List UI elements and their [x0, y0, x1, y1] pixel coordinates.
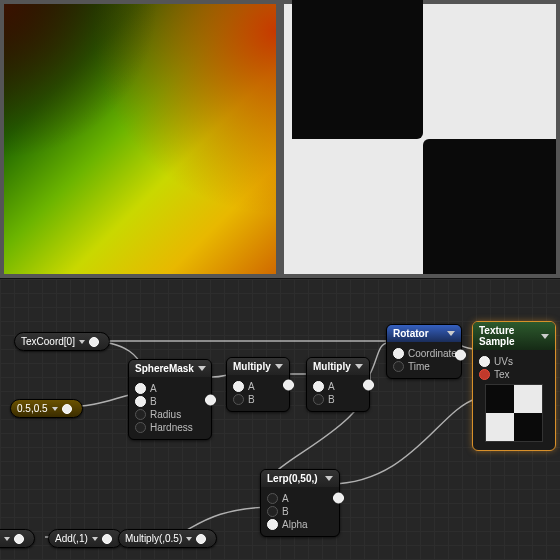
chevron-down-icon: [355, 364, 363, 369]
output-pin[interactable]: [283, 379, 294, 390]
input-pin[interactable]: [313, 381, 324, 392]
input-pin[interactable]: [233, 381, 244, 392]
input-pin[interactable]: [479, 369, 490, 380]
node-header[interactable]: SphereMask: [129, 360, 211, 377]
chevron-down-icon: [4, 537, 10, 541]
node-title: Add(,1): [55, 533, 88, 544]
output-pin[interactable]: [102, 534, 112, 544]
node-texture-sample[interactable]: Texture Sample UVs Tex: [472, 321, 556, 451]
input-pin[interactable]: [393, 348, 404, 359]
input-pin[interactable]: [267, 493, 278, 504]
pin-label: A: [248, 381, 255, 392]
chevron-down-icon: [92, 537, 98, 541]
output-pin[interactable]: [89, 337, 99, 347]
output-pin[interactable]: [196, 534, 206, 544]
node-constant[interactable]: 0.5,0.5: [10, 399, 83, 418]
output-pin[interactable]: [62, 404, 72, 414]
pin-label: A: [328, 381, 335, 392]
input-pin[interactable]: [135, 422, 146, 433]
input-pin[interactable]: [135, 383, 146, 394]
node-multiply[interactable]: Multiply A B: [226, 357, 290, 412]
input-pin[interactable]: [135, 409, 146, 420]
texture-preview: [485, 384, 543, 442]
node-graph[interactable]: TexCoord[0] 0.5,0.5 SphereMask A B Radiu…: [0, 278, 560, 560]
pin-label: B: [248, 394, 255, 405]
node-title: Multiply: [313, 361, 351, 372]
input-pin[interactable]: [233, 394, 244, 405]
node-title: SphereMask: [135, 363, 194, 374]
node-multiply[interactable]: Multiply A B: [306, 357, 370, 412]
pin-label: Alpha: [282, 519, 308, 530]
chevron-down-icon: [79, 340, 85, 344]
pin-label: B: [328, 394, 335, 405]
input-pin[interactable]: [267, 519, 278, 530]
node-title: Lerp(0,50,): [267, 473, 318, 484]
node-title: TexCoord[0]: [21, 336, 75, 347]
input-pin[interactable]: [479, 356, 490, 367]
input-pin[interactable]: [313, 394, 324, 405]
output-pin[interactable]: [455, 350, 466, 361]
node-texcoord[interactable]: TexCoord[0]: [14, 332, 110, 351]
pin-label: UVs: [494, 356, 513, 367]
chevron-down-icon: [325, 476, 333, 481]
node-header[interactable]: Multiply: [307, 358, 369, 375]
node-header[interactable]: Texture Sample: [473, 322, 555, 350]
chevron-down-icon: [198, 366, 206, 371]
node-title: Rotator: [393, 328, 429, 339]
output-pin[interactable]: [205, 394, 216, 405]
output-pin[interactable]: [363, 379, 374, 390]
pin-label: Hardness: [150, 422, 193, 433]
preview-checker: [280, 0, 560, 278]
node-lerp[interactable]: Lerp(0,50,) A B Alpha: [260, 469, 340, 537]
chevron-down-icon: [541, 334, 549, 339]
node-header[interactable]: Multiply: [227, 358, 289, 375]
pin-label: A: [282, 493, 289, 504]
output-pin[interactable]: [14, 534, 24, 544]
input-pin[interactable]: [267, 506, 278, 517]
node-multiply-half[interactable]: Multiply(,0.5): [118, 529, 217, 548]
input-pin[interactable]: [393, 361, 404, 372]
pin-label: A: [150, 383, 157, 394]
node-header[interactable]: Rotator: [387, 325, 461, 342]
node-title: Multiply(,0.5): [125, 533, 182, 544]
node-rotator[interactable]: Rotator Coordinate Time: [386, 324, 462, 379]
pin-label: Time: [408, 361, 430, 372]
node-spheremask[interactable]: SphereMask A B Radius Hardness: [128, 359, 212, 440]
node-add[interactable]: Add(,1): [48, 529, 123, 548]
chevron-down-icon: [447, 331, 455, 336]
chevron-down-icon: [52, 407, 58, 411]
node-title: Texture Sample: [479, 325, 537, 347]
pin-label: Tex: [494, 369, 510, 380]
input-pin[interactable]: [135, 396, 146, 407]
pin-label: Radius: [150, 409, 181, 420]
pin-label: B: [282, 506, 289, 517]
node-title: Multiply: [233, 361, 271, 372]
chevron-down-icon: [186, 537, 192, 541]
node-header[interactable]: Lerp(0,50,): [261, 470, 339, 487]
pin-label: B: [150, 396, 157, 407]
output-pin[interactable]: [333, 493, 344, 504]
node-title: 0.5,0.5: [17, 403, 48, 414]
preview-gradient: [0, 0, 280, 278]
node-partial-ne[interactable]: ne: [0, 529, 35, 548]
pin-label: Coordinate: [408, 348, 457, 359]
preview-pane: [0, 0, 560, 278]
chevron-down-icon: [275, 364, 283, 369]
